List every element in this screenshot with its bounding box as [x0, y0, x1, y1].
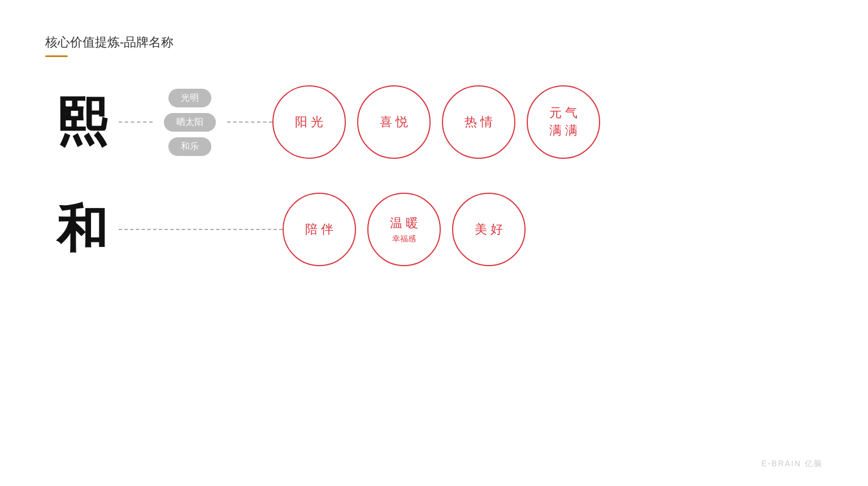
circle-reqing: 热 情 [442, 85, 515, 159]
circle-peiban: 陪 伴 [283, 193, 356, 266]
tag-shaitaiyang: 晒太阳 [164, 113, 216, 132]
title-section: 核心价值提炼-品牌名称 [45, 34, 823, 57]
line-tags-to-circles [227, 122, 272, 123]
circle-yuanqi: 元 气 满 满 [527, 85, 600, 159]
xi-char: 熙 [45, 88, 119, 157]
line-he-to-circles [119, 229, 283, 230]
circle-xiyue: 喜 悦 [357, 85, 431, 159]
he-char: 和 [45, 195, 119, 264]
title-underline [45, 55, 68, 57]
xi-circles: 阳 光 喜 悦 热 情 元 气 满 满 [272, 85, 600, 159]
he-row: 和 陪 伴 温 暖 幸福感 美 好 [45, 193, 823, 266]
tag-hele: 和乐 [168, 137, 211, 156]
page: 核心价值提炼-品牌名称 熙 光明 晒太阳 和乐 阳 光 喜 悦 [0, 0, 868, 486]
diagram-area: 熙 光明 晒太阳 和乐 阳 光 喜 悦 热 情 [45, 85, 823, 266]
circle-yangguang: 阳 光 [272, 85, 346, 159]
circle-meihao: 美 好 [452, 193, 526, 266]
tag-guangming: 光明 [168, 89, 211, 107]
xi-tags-column: 光明 晒太阳 和乐 [164, 89, 216, 156]
circle-wennuan: 温 暖 幸福感 [367, 193, 441, 266]
line-char-to-tags [119, 122, 153, 123]
watermark: E-BRAIN 亿脑 [761, 459, 823, 469]
xi-row: 熙 光明 晒太阳 和乐 阳 光 喜 悦 热 情 [45, 85, 823, 159]
page-title: 核心价值提炼-品牌名称 [45, 34, 823, 51]
he-circles: 陪 伴 温 暖 幸福感 美 好 [283, 193, 526, 266]
